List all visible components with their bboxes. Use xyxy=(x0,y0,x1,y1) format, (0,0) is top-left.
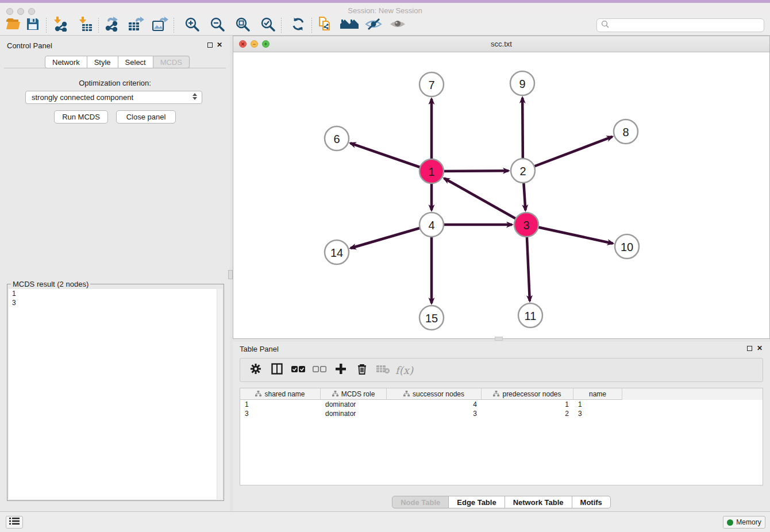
run-mcds-button[interactable]: Run MCDS xyxy=(54,110,108,124)
table-row[interactable]: 3dominator323 xyxy=(240,409,763,418)
tab-edge-table[interactable]: Edge Table xyxy=(449,496,505,508)
deselect-all-button[interactable] xyxy=(309,360,330,380)
select-all-button[interactable] xyxy=(287,360,309,380)
table-settings-button[interactable] xyxy=(245,360,266,380)
column-view-button[interactable] xyxy=(266,360,287,380)
graph-edge-1-6[interactable] xyxy=(351,143,432,171)
save-session-button[interactable] xyxy=(23,17,43,34)
vertical-splitter-handle[interactable] xyxy=(228,270,233,279)
table-cell[interactable]: 1 xyxy=(573,400,622,409)
graph-node-label: 8 xyxy=(622,126,629,138)
tab-style[interactable]: Style xyxy=(87,56,118,68)
zoom-out-icon xyxy=(210,17,225,34)
add-column-button[interactable] xyxy=(330,360,351,380)
memory-label: Memory xyxy=(736,518,761,526)
column-header-predecessor-nodes[interactable]: predecessor nodes xyxy=(482,388,573,400)
save-floppy-icon xyxy=(26,18,39,33)
tab-network[interactable]: Network xyxy=(45,56,87,68)
zoom-fit-button[interactable] xyxy=(233,17,252,34)
column-header-successor-nodes[interactable]: successor nodes xyxy=(387,388,482,400)
table-cell[interactable]: dominator xyxy=(321,409,387,418)
tab-mcds[interactable]: MCDS xyxy=(153,56,190,68)
network-graph[interactable]: 7968124314101511 xyxy=(233,52,769,338)
zoom-out-button[interactable] xyxy=(207,17,227,34)
zoom-selected-icon xyxy=(260,17,275,34)
column-header-mcds-role[interactable]: MCDS role xyxy=(321,388,387,400)
mcds-result-group: MCDS result (2 nodes) 1 3 xyxy=(7,284,224,501)
network-window-titlebar[interactable]: ✕ − + scc.txt xyxy=(233,36,769,52)
task-history-button[interactable] xyxy=(6,516,23,529)
graph-node-label: 9 xyxy=(519,78,525,90)
table-cell[interactable]: 3 xyxy=(573,409,622,418)
export-image-button[interactable] xyxy=(151,17,170,34)
table-cell[interactable]: 1 xyxy=(240,400,321,409)
close-panel-button[interactable]: Close panel xyxy=(116,110,176,124)
delete-column-button[interactable] xyxy=(351,360,372,380)
graph-edge-3-1[interactable] xyxy=(444,178,526,225)
graph-node-label: 11 xyxy=(525,310,537,322)
float-panel-icon[interactable] xyxy=(207,43,213,48)
search-input[interactable] xyxy=(611,21,764,30)
zoom-in-button[interactable] xyxy=(182,17,202,34)
export-table-button[interactable] xyxy=(126,17,146,34)
optimization-criterion-label: Optimization criterion: xyxy=(0,79,230,87)
float-table-panel-icon[interactable] xyxy=(747,346,752,351)
clone-network-button[interactable] xyxy=(315,17,335,34)
toggle-details-button[interactable] xyxy=(364,17,383,34)
network-view-window: ✕ − + scc.txt 7968124314101511 xyxy=(233,36,770,339)
toolbar-separator xyxy=(46,18,47,33)
close-panel-icon[interactable]: ✕ xyxy=(217,41,222,49)
node-table-header: shared name MCDS role successor nodes pr… xyxy=(240,388,763,400)
refresh-view-button[interactable] xyxy=(288,17,308,34)
function-builder-button[interactable]: f(x) xyxy=(394,360,415,380)
table-toolbar: f(x) xyxy=(240,358,763,382)
table-cell[interactable]: 2 xyxy=(482,409,573,418)
zoom-selected-button[interactable] xyxy=(258,17,278,34)
table-cell[interactable]: 4 xyxy=(387,400,482,409)
fx-icon: f(x) xyxy=(395,364,413,376)
birdseye-button[interactable] xyxy=(388,17,407,34)
control-panel-tabs: Network Style Select MCDS xyxy=(45,56,190,68)
graph-node-label: 10 xyxy=(621,241,633,253)
home-button[interactable] xyxy=(340,17,359,34)
node-table: shared name MCDS role successor nodes pr… xyxy=(240,388,763,485)
import-table-button[interactable] xyxy=(75,17,95,34)
search-field[interactable] xyxy=(596,18,764,32)
import-network-button[interactable] xyxy=(50,17,70,34)
export-network-icon xyxy=(105,17,120,34)
memory-button[interactable]: Memory xyxy=(723,516,765,529)
mcds-result-title: MCDS result (2 nodes) xyxy=(11,280,90,288)
delete-table-button[interactable] xyxy=(372,360,394,380)
result-scrollbar[interactable] xyxy=(217,289,222,499)
column-header-shared-name[interactable]: shared name xyxy=(240,388,321,400)
criterion-dropdown[interactable]: strongly connected component xyxy=(25,91,202,104)
table-row[interactable]: 1dominator411 xyxy=(240,400,763,409)
tab-network-table[interactable]: Network Table xyxy=(505,496,572,508)
tab-select[interactable]: Select xyxy=(118,56,153,68)
refresh-icon xyxy=(291,17,306,34)
table-cell[interactable]: dominator xyxy=(321,400,387,409)
mcds-result-list[interactable]: 1 3 xyxy=(9,289,222,499)
network-title: scc.txt xyxy=(233,40,769,48)
graph-node-label: 1 xyxy=(428,165,434,178)
network-canvas[interactable]: 7968124314101511 xyxy=(233,52,769,338)
control-panel-title: Control Panel xyxy=(7,41,52,50)
status-bar: Memory xyxy=(0,511,770,532)
close-table-panel-icon[interactable]: ✕ xyxy=(757,344,763,352)
tab-node-table[interactable]: Node Table xyxy=(392,496,449,508)
graph-edge-2-8[interactable] xyxy=(523,137,613,171)
open-file-button[interactable] xyxy=(3,17,23,34)
plus-icon xyxy=(335,363,346,377)
export-network-button[interactable] xyxy=(102,17,122,34)
horizontal-splitter-handle[interactable] xyxy=(495,337,503,341)
table-panel: Table Panel ✕ xyxy=(233,342,770,511)
column-header-name[interactable]: name xyxy=(573,388,622,400)
tab-motifs[interactable]: Motifs xyxy=(572,496,611,508)
toolbar-separator xyxy=(174,18,174,33)
table-cell[interactable]: 3 xyxy=(387,409,482,418)
table-cell[interactable]: 1 xyxy=(482,400,573,409)
graph-edge-3-10[interactable] xyxy=(526,225,613,244)
main-toolbar xyxy=(0,16,770,36)
graph-node-label: 6 xyxy=(333,133,340,145)
table-cell[interactable]: 3 xyxy=(240,409,321,418)
